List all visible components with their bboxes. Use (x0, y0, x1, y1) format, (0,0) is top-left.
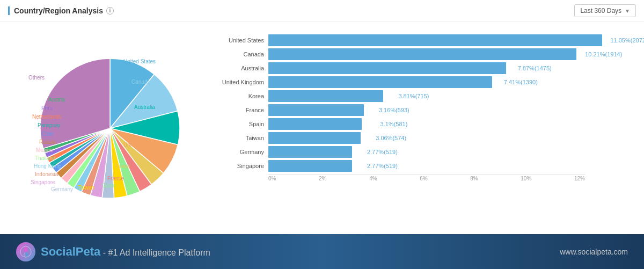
footer-url: www.socialpeta.com (560, 248, 628, 256)
bar-label: Canada (217, 51, 268, 57)
bar-chart-area: United States11.05%(2072)Canada10.21%(19… (212, 27, 636, 229)
footer-brand: SocialPeta - #1 Ad Intelligence Platform (16, 242, 210, 261)
x-axis-ticks: 0%2%4%6%8%10%12% (268, 176, 585, 181)
bar-fill: 2.77%(519) (268, 160, 352, 172)
bar-row: France3.16%(593) (217, 104, 631, 116)
pie-label-ru: Russia (39, 139, 56, 145)
pie-label-nl: Netherlands (32, 114, 61, 120)
bar-label: Germany (217, 149, 268, 155)
bar-fill: 3.16%(593) (268, 104, 364, 116)
footer-tagline: - #1 Ad Intelligence Platform (100, 248, 210, 257)
bar-track: 11.05%(2072) (268, 34, 631, 46)
pie-label-de: Germany (51, 186, 73, 192)
bar-track: 7.87%(1475) (268, 62, 631, 74)
main-content: United States Canada Australia United Ki… (0, 22, 644, 234)
pie-label-au: Australia (134, 104, 155, 110)
bar-fill: 2.77%(519) (268, 146, 352, 158)
bar-track: 2.77%(519) (268, 146, 631, 158)
bar-label: France (217, 107, 268, 113)
bar-label: Korea (217, 93, 268, 99)
bar-label: United Kingdom (217, 79, 268, 85)
x-tick: 8% (470, 176, 478, 181)
pie-label-pe: Peru (41, 105, 53, 111)
bar-track: 2.77%(519) (268, 160, 631, 172)
pie-label-others: Others (28, 75, 45, 81)
logo-svg (19, 245, 32, 258)
bar-row: United States11.05%(2072) (217, 34, 631, 46)
pie-label-ca: Canada (131, 79, 150, 85)
bar-track: 3.81%(715) (268, 90, 631, 102)
bar-fill: 3.06%(574) (268, 132, 361, 144)
pie-label-at: Austria (48, 97, 65, 103)
pie-label-us: United States (123, 59, 156, 64)
bar-value: 7.87%(1475) (518, 65, 552, 71)
bar-track: 10.21%(1914) (268, 48, 631, 60)
title-text: Country/Region Analysis (14, 6, 103, 15)
x-tick: 12% (574, 176, 585, 181)
bar-value: 3.16%(593) (379, 107, 409, 113)
brand-logo-icon (16, 242, 35, 261)
bar-fill: 3.1%(581) (268, 118, 362, 130)
bar-value: 2.77%(519) (367, 149, 398, 155)
pie-label-th: Thailand (35, 155, 55, 161)
bar-row: Germany2.77%(519) (217, 146, 631, 158)
bar-fill: 7.87%(1475) (268, 62, 506, 74)
bar-row: Australia7.87%(1475) (217, 62, 631, 74)
pie-chart-area: United States Canada Australia United Ki… (8, 27, 212, 229)
pie-label-mx: Mexico (36, 147, 53, 153)
bar-track: 3.16%(593) (268, 104, 631, 116)
bar-fill: 7.41%(1390) (268, 76, 492, 88)
pie-label-es: Spain (102, 183, 116, 188)
bar-row: Canada10.21%(1914) (217, 48, 631, 60)
bar-value: 2.77%(519) (367, 163, 398, 169)
bar-track: 7.41%(1390) (268, 76, 631, 88)
bar-row: Spain3.1%(581) (217, 118, 631, 130)
bar-value: 7.41%(1390) (504, 79, 538, 85)
bar-label: Taiwan (217, 135, 268, 141)
pie-label-id: Indonesia (35, 171, 58, 177)
bar-track: 3.06%(574) (268, 132, 631, 144)
bar-label: Singapore (217, 163, 268, 169)
pie-label-uk: United Kingdom (123, 142, 162, 148)
info-icon[interactable]: ℹ (106, 7, 114, 14)
pie-label-sg: Singapore (31, 179, 55, 185)
pie-label-kr: Korea (115, 163, 130, 169)
bar-row: Singapore2.77%(519) (217, 160, 631, 172)
bar-row: Taiwan3.06%(574) (217, 132, 631, 144)
chevron-down-icon: ▼ (625, 8, 630, 14)
x-axis-line (268, 174, 585, 175)
brand-name: SocialPeta - #1 Ad Intelligence Platform (41, 245, 210, 259)
x-tick: 2% (319, 176, 326, 181)
date-range-selector[interactable]: Last 360 Days ▼ (574, 4, 636, 17)
bar-value: 3.81%(715) (398, 93, 429, 99)
pie-container: United States Canada Australia United Ki… (19, 42, 201, 214)
bar-row: Korea3.81%(715) (217, 90, 631, 102)
date-range-label: Last 360 Days (580, 7, 621, 14)
bar-value: 3.06%(574) (376, 135, 406, 141)
bar-label: Spain (217, 121, 268, 127)
bars-wrapper: United States11.05%(2072)Canada10.21%(19… (217, 30, 631, 172)
bar-value: 11.05%(2072) (610, 37, 644, 43)
pie-labels: United States Canada Australia United Ki… (19, 42, 201, 214)
x-tick: 6% (420, 176, 427, 181)
bar-row: United Kingdom7.41%(1390) (217, 76, 631, 88)
bar-fill: 11.05%(2072) (268, 34, 602, 46)
bar-value: 3.1%(581) (380, 121, 408, 127)
pie-label-fr: France (107, 176, 124, 181)
bar-track: 3.1%(581) (268, 118, 631, 130)
pie-label-py: Paraguay (38, 122, 61, 128)
bar-chart: United States11.05%(2072)Canada10.21%(19… (217, 30, 631, 213)
header-bar: Country/Region Analysis ℹ Last 360 Days … (0, 0, 644, 22)
x-tick: 10% (521, 176, 531, 181)
brand-name-colored: SocialPeta (41, 245, 100, 258)
footer: SocialPeta - #1 Ad Intelligence Platform… (0, 234, 644, 269)
bar-label: United States (217, 37, 268, 43)
x-tick: 0% (268, 176, 276, 181)
bar-value: 10.21%(1914) (585, 51, 622, 57)
pie-label-tw: Taiwan (78, 185, 94, 191)
x-tick: 4% (369, 176, 377, 181)
pie-label-hk: Hong Kong (34, 163, 61, 169)
pie-label-cl: Chile (41, 131, 54, 137)
section-title: Country/Region Analysis ℹ (8, 6, 114, 15)
bar-fill: 10.21%(1914) (268, 48, 576, 60)
